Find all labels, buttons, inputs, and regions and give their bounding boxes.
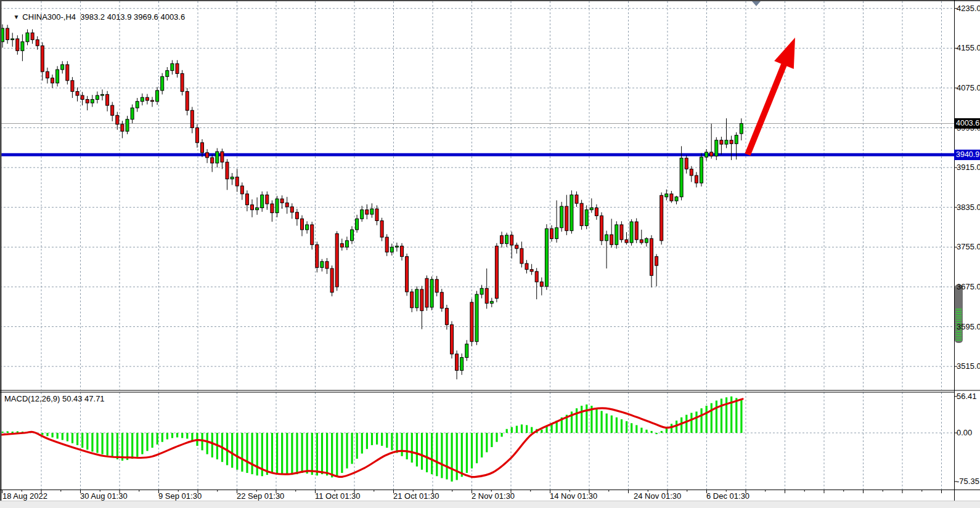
candle-bullish[interactable] [480,288,483,294]
candle-bearish[interactable] [151,100,154,102]
candle-bullish[interactable] [570,195,573,231]
candle-bearish[interactable] [575,195,578,204]
candle-bearish[interactable] [240,186,243,194]
candle-bearish[interactable] [695,175,698,183]
candle-bearish[interactable] [670,194,673,201]
candle-bearish[interactable] [111,105,114,115]
candle-bearish[interactable] [365,210,369,214]
candle-bearish[interactable] [181,73,184,91]
candle-bullish[interactable] [715,140,718,156]
candle-bearish[interactable] [710,152,713,156]
candle-bearish[interactable] [190,110,194,127]
candle-bullish[interactable] [430,280,433,307]
candle-bullish[interactable] [545,228,548,286]
candle-bullish[interactable] [161,76,164,91]
candle-bearish[interactable] [580,203,583,225]
candle-bearish[interactable] [245,194,248,205]
candle-bullish[interactable] [605,235,608,241]
candle-bearish[interactable] [206,153,209,158]
candle-bearish[interactable] [340,244,343,248]
candle-bearish[interactable] [301,219,304,230]
candle-bearish[interactable] [375,209,378,220]
candle-bullish[interactable] [321,262,324,268]
candle-bullish[interactable] [700,157,703,183]
candle-bullish[interactable] [740,124,743,134]
candle-bearish[interactable] [121,124,124,131]
candle-bearish[interactable] [440,292,443,308]
candle-bearish[interactable] [31,33,34,39]
candle-bearish[interactable] [195,128,198,143]
candle-bullish[interactable] [490,301,493,303]
candle-bearish[interactable] [36,40,39,46]
candle-bearish[interactable] [595,208,598,216]
candle-bearish[interactable] [565,206,568,231]
candle-bearish[interactable] [266,195,269,204]
candle-bearish[interactable] [625,240,628,243]
candle-bearish[interactable] [71,81,74,92]
candle-bearish[interactable] [330,268,333,292]
candle-bullish[interactable] [345,241,348,247]
candle-bearish[interactable] [535,272,538,282]
candle-bearish[interactable] [316,244,319,267]
candle-bullish[interactable] [395,246,398,248]
candle-bullish[interactable] [276,199,279,213]
candle-bearish[interactable] [86,99,89,103]
candle-bullish[interactable] [665,194,668,197]
candle-bullish[interactable] [680,158,683,197]
candle-bearish[interactable] [650,239,653,276]
candle-bullish[interactable] [141,97,144,101]
candle-bullish[interactable] [705,152,708,157]
candle-bullish[interactable] [645,239,648,243]
candle-bearish[interactable] [500,236,504,244]
candle-bullish[interactable] [460,358,463,371]
candle-bearish[interactable] [435,280,438,292]
candle-bullish[interactable] [361,210,364,219]
candle-bearish[interactable] [685,158,688,169]
candle-bearish[interactable] [46,71,49,78]
candle-bearish[interactable] [640,240,643,243]
candle-bullish[interactable] [136,102,139,108]
candle-bearish[interactable] [66,65,69,81]
candle-bullish[interactable] [101,94,104,95]
candle-bearish[interactable] [540,282,543,286]
price-pane[interactable] [0,1,954,390]
candle-bearish[interactable] [271,204,274,213]
candle-bullish[interactable] [26,33,29,42]
candle-bearish[interactable] [116,115,119,124]
candle-bearish[interactable] [720,140,723,144]
candle-bullish[interactable] [306,225,309,230]
candle-bearish[interactable] [420,289,423,311]
candle-bearish[interactable] [485,288,488,303]
candle-bullish[interactable] [505,235,508,244]
candle-bearish[interactable] [635,222,638,240]
price-macd-chart[interactable] [0,0,980,508]
candle-bullish[interactable] [166,71,169,77]
candle-bullish[interactable] [675,197,678,201]
candle-bullish[interactable] [585,210,588,226]
candle-bearish[interactable] [600,216,603,240]
candle-bullish[interactable] [91,99,94,103]
candle-bearish[interactable] [550,228,553,238]
candle-bearish[interactable] [525,264,528,270]
candle-bullish[interactable] [555,228,558,239]
candle-bearish[interactable] [690,169,693,175]
object-anchor-marker-icon[interactable] [752,1,761,6]
candle-bullish[interactable] [61,65,64,70]
candle-bullish[interactable] [256,208,259,210]
candle-bearish[interactable] [515,245,518,249]
candle-bearish[interactable] [451,325,454,354]
candle-bearish[interactable] [530,270,533,272]
candle-bearish[interactable] [730,140,733,144]
candle-bullish[interactable] [156,91,159,102]
candle-bearish[interactable] [41,46,44,71]
candle-bearish[interactable] [445,308,448,325]
candle-bearish[interactable] [226,162,229,179]
candle-bearish[interactable] [221,151,224,162]
collapse-triangle-icon[interactable]: ▼ [13,12,19,22]
candle-bullish[interactable] [590,208,593,210]
candle-bearish[interactable] [186,92,189,111]
candle-bullish[interactable] [131,108,134,119]
candle-bearish[interactable] [335,233,338,286]
candle-bearish[interactable] [385,237,388,252]
candle-bullish[interactable] [231,177,234,179]
